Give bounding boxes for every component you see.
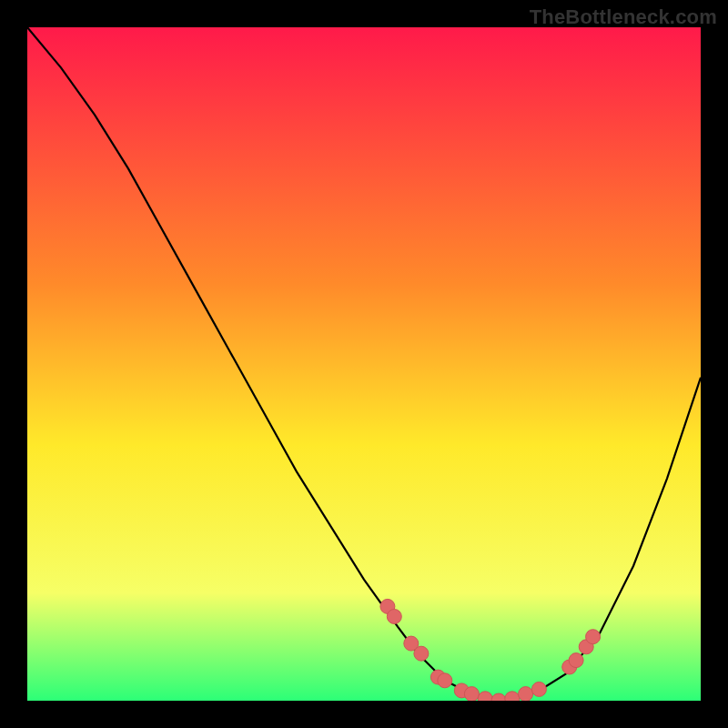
marker-point (531, 682, 546, 696)
marker-point (387, 610, 401, 624)
marker-point (438, 673, 452, 688)
bottleneck-chart (27, 27, 701, 701)
marker-point (586, 630, 601, 644)
marker-point (519, 687, 533, 701)
marker-point (464, 687, 479, 701)
watermark-text: TheBottleneck.com (530, 5, 717, 29)
chart-frame (27, 27, 701, 701)
gradient-background (27, 27, 701, 701)
marker-point (414, 646, 429, 661)
marker-point (569, 653, 583, 668)
